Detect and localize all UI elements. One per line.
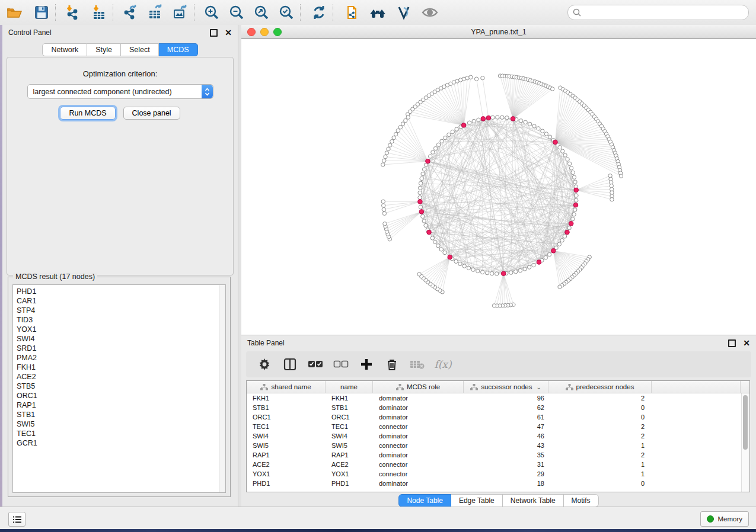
global-search-field[interactable] [567, 5, 749, 20]
table-row[interactable]: YOX1YOX1connector291 [247, 469, 749, 479]
table-row[interactable]: RAP1RAP1dominator352 [247, 450, 749, 460]
open-file-icon[interactable] [5, 3, 24, 22]
column-chooser-icon[interactable] [282, 357, 298, 372]
close-panel-icon[interactable]: ✕ [225, 28, 232, 37]
toolbar-separator [300, 4, 301, 21]
criterion-select[interactable]: largest connected component (undirected) [27, 84, 213, 99]
mcds-result-item[interactable]: ACE2 [17, 372, 218, 382]
table-scrollbar[interactable] [741, 393, 749, 492]
table-row[interactable]: FKH1FKH1dominator962 [247, 393, 749, 403]
network-canvas[interactable] [241, 39, 756, 335]
save-session-icon[interactable] [32, 3, 51, 22]
tab-style[interactable]: Style [87, 43, 121, 56]
mcds-result-item[interactable]: ORC1 [17, 391, 218, 400]
list-icon [12, 515, 22, 524]
tab-motifs[interactable]: Motifs [564, 494, 599, 507]
export-table-icon[interactable] [146, 3, 165, 22]
mcds-result-item[interactable]: PHD1 [17, 287, 218, 296]
mcds-result-item[interactable]: TID3 [17, 315, 218, 325]
float-table-panel-icon[interactable] [728, 339, 736, 347]
mcds-result-item[interactable]: SRD1 [17, 344, 218, 353]
toolbar-separator [113, 4, 113, 21]
close-table-panel-icon[interactable]: ✕ [743, 339, 750, 347]
hide-details-icon[interactable] [394, 3, 413, 22]
mcds-result-listbox[interactable]: PHD1CAR1STP4TID3YOX1SWI4SRD1PMA2FKH1ACE2… [12, 284, 226, 493]
mcds-result-item[interactable]: STP4 [17, 306, 218, 315]
toolbar-separator [55, 4, 56, 21]
memory-button[interactable]: Memory [700, 511, 749, 527]
tab-network[interactable]: Network [42, 43, 87, 56]
mcds-result-item[interactable]: SWI4 [17, 334, 218, 344]
show-details-icon[interactable] [420, 3, 439, 22]
tab-edge-table[interactable]: Edge Table [451, 494, 503, 507]
mcds-result-item[interactable]: RAP1 [17, 400, 218, 410]
run-mcds-button[interactable]: Run MCDS [60, 107, 115, 120]
mcds-result-item[interactable]: PMA2 [17, 353, 218, 363]
column-header-empty[interactable] [652, 381, 741, 393]
mcds-result-item[interactable]: CAR1 [17, 296, 218, 306]
table-row[interactable]: SWI4SWI4dominator462 [247, 431, 749, 441]
table-row[interactable]: TEC1TEC1connector472 [247, 422, 749, 431]
criterion-select-value: largest connected component (undirected) [28, 88, 202, 96]
close-panel-button[interactable]: Close panel [123, 107, 180, 120]
mcds-result-item[interactable]: STB1 [17, 410, 218, 419]
import-table-icon[interactable] [90, 3, 109, 22]
search-input[interactable] [581, 8, 744, 17]
control-panel: Control Panel ✕ NetworkStyleSelectMCDS O… [2, 25, 238, 507]
mcds-result-item[interactable]: FKH1 [17, 363, 218, 372]
column-header-successor-nodes[interactable]: successor nodes⌄ [464, 381, 548, 393]
mcds-result-item[interactable]: STB5 [17, 382, 218, 391]
status-bar: Memory [0, 507, 756, 530]
task-history-button[interactable] [8, 512, 25, 527]
node-table-header: shared namenameMCDS rolesuccessor nodes⌄… [247, 381, 749, 393]
table-row[interactable]: ORC1ORC1dominator610 [247, 412, 749, 422]
control-panel-title: Control Panel [8, 28, 210, 37]
toolbar-separator [333, 4, 333, 21]
application-window: Control Panel ✕ NetworkStyleSelectMCDS O… [0, 0, 756, 532]
mcds-result-item[interactable]: SWI5 [17, 419, 218, 429]
network-window-titlebar: YPA_prune.txt_1 [241, 25, 756, 39]
delete-column-icon[interactable] [384, 357, 400, 372]
zoom-in-icon[interactable] [202, 3, 221, 22]
column-header-shared-name[interactable]: shared name [247, 381, 326, 393]
column-header-MCDS-role[interactable]: MCDS role [373, 381, 464, 393]
tab-network-table[interactable]: Network Table [503, 494, 564, 507]
table-settings-icon[interactable] [257, 357, 272, 372]
refresh-icon[interactable] [310, 3, 328, 22]
optimization-criterion-label: Optimization criterion: [7, 69, 233, 78]
zoom-out-icon[interactable] [227, 3, 246, 22]
table-panel-title: Table Panel [247, 339, 728, 347]
network-graph[interactable] [241, 39, 756, 335]
table-row[interactable]: ACE2ACE2connector311 [247, 460, 749, 469]
mcds-result-item[interactable]: YOX1 [17, 325, 218, 334]
mcds-result-item[interactable]: TEC1 [17, 429, 218, 438]
import-network-icon[interactable] [63, 3, 82, 22]
search-network-icon[interactable] [368, 3, 387, 22]
tab-mcds[interactable]: MCDS [159, 43, 198, 56]
table-scrollbar-thumb[interactable] [743, 395, 748, 450]
toolbar-separator [194, 4, 194, 21]
table-row[interactable]: SWI5SWI5connector431 [247, 441, 749, 450]
mcds-result-item[interactable]: GCR1 [17, 438, 218, 448]
export-image-icon[interactable] [171, 3, 190, 22]
tab-select[interactable]: Select [121, 43, 159, 56]
table-row[interactable]: STB1STB1dominator620 [247, 403, 749, 412]
tab-node-table[interactable]: Node Table [398, 494, 451, 507]
select-stepper-icon [202, 85, 213, 98]
share-document-icon[interactable] [342, 3, 361, 22]
column-header-name[interactable]: name [326, 381, 373, 393]
add-column-icon[interactable] [359, 357, 374, 372]
select-all-rows-icon[interactable] [308, 357, 323, 372]
export-network-icon[interactable] [121, 3, 140, 22]
control-panel-tabs: NetworkStyleSelectMCDS [2, 43, 238, 56]
zoom-fit-icon[interactable] [252, 3, 271, 22]
column-header-predecessor-nodes[interactable]: predecessor nodes [548, 381, 652, 393]
table-row[interactable]: PHD1PHD1dominator180 [247, 479, 749, 488]
mcds-list-scrollbar[interactable] [219, 285, 225, 492]
fx-label: f(x) [434, 358, 451, 370]
deselect-all-rows-icon[interactable] [333, 357, 349, 372]
zoom-selected-icon[interactable] [277, 3, 296, 22]
main-toolbar [0, 0, 756, 25]
memory-label: Memory [717, 515, 742, 523]
float-panel-icon[interactable] [210, 29, 218, 37]
